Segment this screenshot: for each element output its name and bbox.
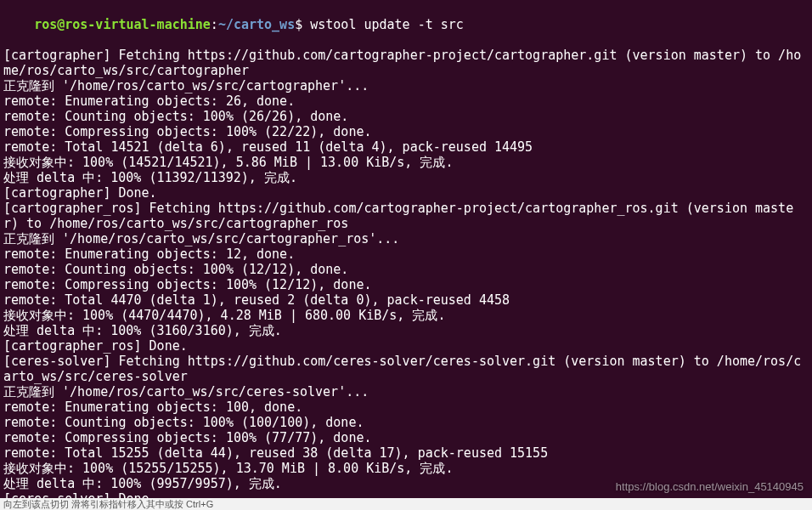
prompt-at: @ (57, 17, 65, 32)
output-line: [ceres-solver] Fetching https://github.c… (3, 354, 809, 384)
output-line: remote: Compressing objects: 100% (77/77… (3, 430, 809, 445)
output-line: remote: Counting objects: 100% (12/12), … (3, 262, 809, 277)
output-line: remote: Enumerating objects: 26, done. (3, 94, 809, 109)
prompt-path: ~/carto_ws (218, 17, 295, 32)
output-line: 接收对象中: 100% (15255/15255), 13.70 MiB | 8… (3, 461, 809, 476)
output-line: remote: Enumerating objects: 12, done. (3, 246, 809, 262)
output-line: remote: Total 4470 (delta 1), reused 2 (… (3, 292, 809, 308)
output-line: remote: Total 14521 (delta 6), reused 11… (3, 139, 809, 155)
output-line: remote: Total 15255 (delta 44), reused 3… (3, 445, 809, 461)
output-line: remote: Enumerating objects: 100, done. (3, 400, 809, 415)
command-text: wstool update -t src (302, 17, 464, 32)
watermark-text: https://blog.csdn.net/weixin_45140945 (616, 479, 804, 495)
output-line: 正克隆到 '/home/ros/carto_ws/src/cartographe… (3, 231, 809, 246)
output-line: 正克隆到 '/home/ros/carto_ws/src/cartographe… (3, 78, 809, 94)
output-line: 接收对象中: 100% (4470/4470), 4.28 MiB | 680.… (3, 308, 809, 323)
prompt-host: ros-virtual-machine (65, 17, 211, 32)
prompt-colon: : (211, 17, 218, 32)
prompt-line-1: ros@ros-virtual-machine:~/carto_ws$ wsto… (3, 2, 809, 48)
output-line: remote: Compressing objects: 100% (22/22… (3, 124, 809, 139)
terminal[interactable]: ros@ros-virtual-machine:~/carto_ws$ wsto… (3, 2, 809, 510)
output-line: 处理 delta 中: 100% (3160/3160), 完成. (3, 323, 809, 338)
output-line: remote: Counting objects: 100% (100/100)… (3, 415, 809, 430)
output-line: remote: Compressing objects: 100% (12/12… (3, 277, 809, 292)
output-line: 正克隆到 '/home/ros/carto_ws/src/ceres-solve… (3, 384, 809, 400)
output-line: [cartographer] Fetching https://github.c… (3, 48, 809, 78)
prompt-dollar: $ (295, 17, 302, 32)
prompt-user: ros (34, 17, 57, 32)
output-line: [cartographer] Done. (3, 185, 809, 201)
output-line: 处理 delta 中: 100% (11392/11392), 完成. (3, 170, 809, 185)
output-line: 接收对象中: 100% (14521/14521), 5.86 MiB | 13… (3, 155, 809, 170)
bottom-cut-bar: 向左到该点切切 滑将引标指针移入其中或按 Ctrl+G (0, 498, 812, 510)
output-line: remote: Counting objects: 100% (26/26), … (3, 109, 809, 124)
output-line: [cartographer_ros] Fetching https://gith… (3, 201, 809, 231)
output-line: [cartographer_ros] Done. (3, 338, 809, 354)
